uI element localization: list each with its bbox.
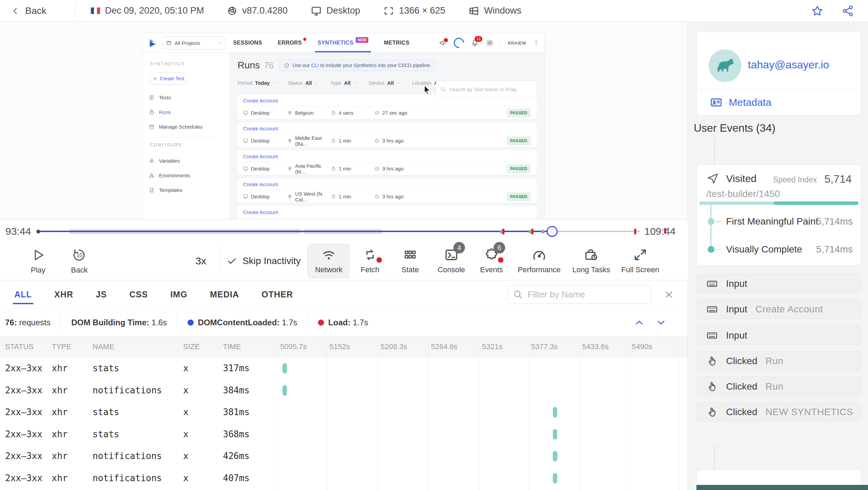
sidebar-item-variables: Variables (149, 153, 230, 168)
monitor-icon (311, 5, 322, 16)
screen: Back Dec 09, 2020, 05:10 PM v87.0.4280 D… (0, 0, 868, 490)
tree-icon (149, 173, 155, 178)
status-badge: PASSED (507, 164, 531, 173)
control-label: Performance (518, 265, 561, 274)
replayed-app-header: All Projects SESSIONSERRORSSYNTHETICSNEW… (143, 33, 544, 53)
avatar (709, 49, 741, 82)
request-size: x (183, 473, 189, 483)
network-request-row[interactable]: 2xx–3xxxhrnotificationsx407ms (0, 467, 688, 489)
console-button[interactable]: 4Console (430, 243, 472, 279)
events-connector (714, 445, 715, 470)
rewind-10-icon: 10 (72, 247, 87, 262)
player-controls: Play 10 Back 3x Skip Inactivity NetworkF… (0, 242, 688, 280)
viewport-icon (383, 5, 394, 16)
run-location: Belgium (287, 110, 331, 116)
performance-button[interactable]: Performance (518, 243, 560, 279)
fetch-button[interactable]: Fetch (349, 243, 391, 279)
load-progress-bar (700, 201, 858, 205)
error-marker[interactable] (502, 229, 504, 234)
error-marker[interactable] (634, 229, 636, 234)
request-time: 381ms (223, 407, 250, 417)
filter-input[interactable] (527, 289, 646, 300)
visually-complete-label: Visually Complete (726, 244, 802, 255)
error-marker[interactable] (531, 229, 533, 234)
full-screen-button[interactable]: Full Screen (619, 243, 661, 279)
timeline-start-dot (36, 230, 40, 233)
input-event-card[interactable]: InputCreate Account (696, 299, 861, 319)
long-tasks-button[interactable]: Long Tasks (570, 243, 612, 279)
sidebar-item-tests: Tests (149, 90, 230, 105)
playhead[interactable] (547, 226, 558, 237)
jump-previous-icon[interactable] (633, 317, 645, 328)
request-size: x (183, 429, 189, 439)
click-event-card[interactable]: ClickedRun (696, 377, 861, 396)
request-status: 2xx–3xx (5, 363, 43, 373)
device-type: Desktop (326, 5, 360, 16)
network-request-row[interactable]: 2xx–3xxxhrstatsx381ms (0, 401, 688, 423)
metadata-button[interactable]: Metadata (710, 96, 771, 109)
run-location: Middle East (Ba... (287, 135, 331, 147)
pin-icon (287, 194, 292, 199)
gauge-icon (532, 247, 547, 262)
briefclock-icon (584, 247, 599, 262)
clock-icon (374, 194, 380, 199)
click-event-card[interactable]: ClickedRun (696, 351, 861, 371)
request-type: xhr (52, 429, 68, 439)
jump-next-icon[interactable] (655, 317, 667, 328)
os-name: Windows (484, 5, 521, 16)
keyboard-icon (706, 278, 718, 290)
input-event-card[interactable]: Input (696, 326, 861, 345)
country-flag-icon (91, 7, 100, 14)
waterfall-bar (553, 407, 557, 418)
favorite-star-icon[interactable] (811, 4, 824, 17)
back-button[interactable]: Back (11, 5, 46, 16)
input-event-card[interactable]: Input (696, 274, 861, 293)
network-tab-other[interactable]: OTHER (261, 288, 294, 301)
run-duration: 1 min (331, 138, 374, 144)
svg-text:10: 10 (77, 252, 83, 258)
control-label: Network (315, 265, 343, 274)
network-request-row[interactable]: 2xx–3xxxhrnotificationsx426ms (0, 445, 688, 467)
search-icon (513, 289, 523, 299)
gear-icon (486, 39, 494, 47)
network-button[interactable]: Network (308, 243, 350, 279)
user-email[interactable]: tahay@asayer.io (748, 59, 829, 71)
run-time-ago: 3 hrs ago (374, 194, 404, 199)
click-event-card[interactable]: ClickedNEW SYNTHETICS (696, 402, 861, 422)
run-time-ago: 27 sec ago (374, 110, 407, 116)
close-icon[interactable] (663, 289, 674, 300)
back-10s-button[interactable]: 10 Back (71, 247, 88, 274)
network-request-row[interactable]: 2xx–3xxxhrnotificationsx384ms (0, 379, 688, 402)
keyboard-icon (706, 304, 718, 315)
events-button[interactable]: 6Events (470, 243, 513, 279)
control-label: Console (438, 265, 465, 274)
network-tab-xhr[interactable]: XHR (54, 288, 74, 301)
network-tab-css[interactable]: CSS (129, 288, 148, 301)
event-dot[interactable] (541, 230, 545, 233)
divider (221, 247, 221, 275)
network-tab-js[interactable]: JS (95, 288, 108, 301)
sidebar-section-configure: CONFIGURE (150, 143, 230, 147)
stat-domcontentloaded: DOMContentLoaded: 1.7s (177, 313, 307, 332)
network-tab-all[interactable]: ALL (14, 288, 33, 301)
network-request-row[interactable]: 2xx–3xxxhrstatsx317ms (0, 357, 688, 379)
cli-banner: Use our CLI to include your Synthetics i… (279, 60, 436, 71)
replay-viewport: All Projects SESSIONSERRORSSYNTHETICSNEW… (0, 22, 688, 219)
network-stats: 76: requestsDOM Building Time: 1.6sDOMCo… (0, 309, 688, 337)
event-value: Run (766, 356, 784, 366)
pin-icon (287, 110, 292, 115)
play-button[interactable]: Play (31, 247, 46, 274)
filter-box[interactable] (508, 285, 651, 304)
fmp-value: 5,714ms (816, 216, 853, 227)
share-icon[interactable] (841, 4, 854, 17)
search-icon (440, 86, 446, 92)
network-tab-img[interactable]: IMG (170, 288, 188, 301)
skip-inactivity-toggle[interactable]: Skip Inactivity (227, 256, 301, 266)
state-button[interactable]: State (389, 243, 431, 279)
network-request-row[interactable]: 2xx–3xxxhrstatsx368ms (0, 423, 688, 445)
playback-speed[interactable]: 3x (195, 255, 206, 267)
visited-event-card[interactable]: Visited Speed Index 5,714 /test-builder/… (696, 164, 861, 266)
network-tab-media[interactable]: MEDIA (209, 288, 240, 301)
sidebar-item-label: Manage Schedules (159, 124, 203, 130)
request-type: xhr (52, 473, 68, 483)
